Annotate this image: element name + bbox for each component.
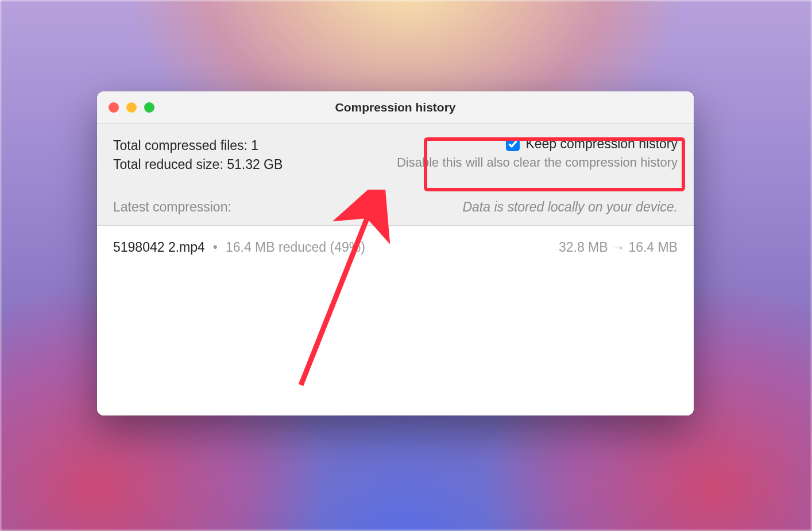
compression-list: 5198042 2.mp4 • 16.4 MB reduced (49%) 32… bbox=[97, 226, 694, 415]
total-files-label: Total compressed files: 1 bbox=[113, 136, 283, 155]
subheader: Latest compression: Data is stored local… bbox=[97, 191, 694, 226]
local-storage-note: Data is stored locally on your device. bbox=[462, 199, 678, 215]
maximize-window-button[interactable] bbox=[144, 102, 154, 113]
list-item-sizes: 32.8 MB → 16.4 MB bbox=[559, 240, 678, 255]
keep-history-block: Keep compression history Disable this wi… bbox=[397, 136, 678, 170]
latest-compression-label: Latest compression: bbox=[113, 199, 231, 215]
keep-history-checkbox[interactable] bbox=[506, 137, 520, 151]
list-item-reduced: 16.4 MB reduced (49%) bbox=[226, 240, 365, 255]
keep-history-hint: Disable this will also clear the compres… bbox=[397, 155, 678, 170]
minimize-window-button[interactable] bbox=[126, 102, 137, 113]
list-item[interactable]: 5198042 2.mp4 • 16.4 MB reduced (49%) 32… bbox=[97, 226, 694, 269]
close-window-button[interactable] bbox=[109, 102, 119, 113]
separator-dot: • bbox=[213, 240, 218, 255]
total-reduced-label: Total reduced size: 51.32 GB bbox=[113, 155, 283, 174]
list-item-left: 5198042 2.mp4 • 16.4 MB reduced (49%) bbox=[113, 240, 365, 255]
traffic-lights bbox=[109, 102, 154, 113]
keep-history-label: Keep compression history bbox=[525, 136, 678, 152]
window-title: Compression history bbox=[97, 101, 694, 114]
info-section: Total compressed files: 1 Total reduced … bbox=[97, 124, 694, 191]
window-titlebar: Compression history bbox=[97, 91, 694, 124]
list-item-filename: 5198042 2.mp4 bbox=[113, 240, 205, 255]
compression-history-window: Compression history Total compressed fil… bbox=[97, 91, 694, 415]
totals-block: Total compressed files: 1 Total reduced … bbox=[113, 136, 283, 175]
check-icon bbox=[508, 140, 517, 149]
keep-history-row: Keep compression history bbox=[506, 136, 678, 152]
